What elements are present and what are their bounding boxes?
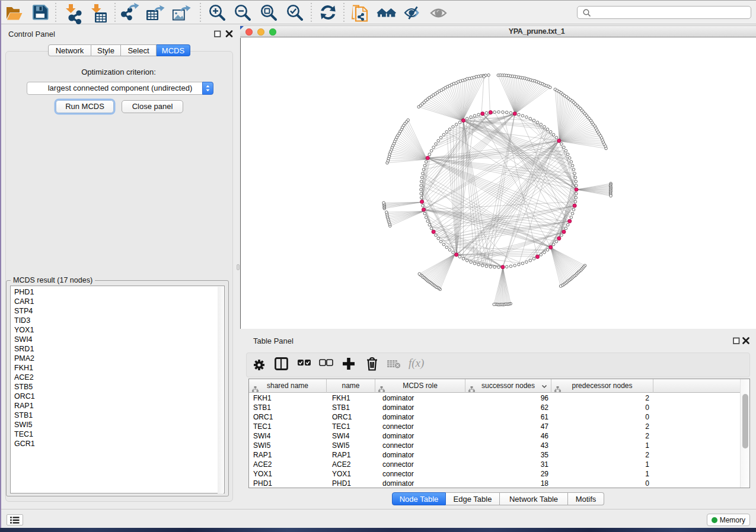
svg-text:f(x): f(x) bbox=[409, 357, 424, 370]
